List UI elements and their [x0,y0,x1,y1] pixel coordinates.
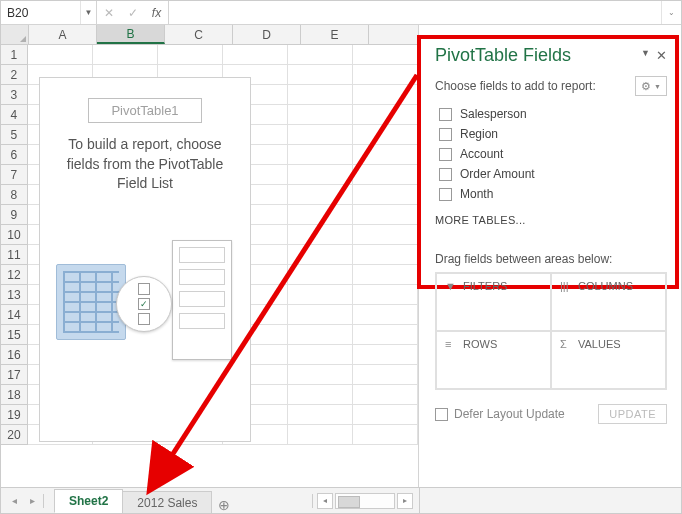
row-header[interactable]: 19 [1,405,28,425]
insert-function-button[interactable]: fx [145,1,169,24]
cell[interactable] [353,365,418,385]
more-tables-link[interactable]: MORE TABLES... [435,214,667,226]
scroll-right-icon[interactable]: ▸ [397,493,413,509]
checkbox[interactable] [435,408,448,421]
checkbox[interactable] [439,188,452,201]
cell[interactable] [353,125,418,145]
cell[interactable] [288,345,353,365]
cell[interactable] [28,45,93,65]
cell[interactable] [288,265,353,285]
cell[interactable] [288,385,353,405]
columns-area[interactable]: |||COLUMNS [551,273,666,331]
cell[interactable] [158,45,223,65]
row-header[interactable]: 15 [1,325,28,345]
row-header[interactable]: 13 [1,285,28,305]
field-item[interactable]: Order Amount [435,164,667,184]
row-header[interactable]: 11 [1,245,28,265]
cell[interactable] [288,285,353,305]
cell[interactable] [288,405,353,425]
tab-scroll-left-icon[interactable]: ◂ [5,488,23,513]
row-header[interactable]: 5 [1,125,28,145]
row-header[interactable]: 18 [1,385,28,405]
checkbox[interactable] [439,148,452,161]
cell[interactable] [288,85,353,105]
cell[interactable] [353,185,418,205]
taskpane-options-icon[interactable]: ▼ [641,48,650,63]
cell[interactable] [223,45,288,65]
cell[interactable] [353,165,418,185]
cell[interactable] [353,65,418,85]
new-sheet-button[interactable]: ⊕ [211,497,237,513]
row-header[interactable]: 7 [1,165,28,185]
column-header[interactable]: E [301,25,369,44]
cell[interactable] [93,45,158,65]
filters-area[interactable]: ▼FILTERS [436,273,551,331]
field-list-options-button[interactable]: ⚙ ▼ [635,76,667,96]
cell[interactable] [288,65,353,85]
row-header[interactable]: 4 [1,105,28,125]
cell[interactable] [353,105,418,125]
cell[interactable] [353,325,418,345]
field-item[interactable]: Salesperson [435,104,667,124]
row-header[interactable]: 3 [1,85,28,105]
cell[interactable] [288,185,353,205]
cell[interactable] [353,145,418,165]
cell[interactable] [288,225,353,245]
cell[interactable] [353,225,418,245]
cell[interactable] [288,165,353,185]
cell[interactable] [288,425,353,445]
cell[interactable] [288,105,353,125]
row-header[interactable]: 12 [1,265,28,285]
cell[interactable] [353,385,418,405]
cell[interactable] [288,365,353,385]
cell[interactable] [353,285,418,305]
row-header[interactable]: 10 [1,225,28,245]
formula-input[interactable] [169,1,661,24]
cell[interactable] [288,245,353,265]
cell[interactable] [353,85,418,105]
row-header[interactable]: 17 [1,365,28,385]
expand-formula-bar-icon[interactable]: ⌄ [661,1,681,24]
sheet-tab[interactable]: Sheet2 [54,489,123,513]
cell[interactable] [353,205,418,225]
row-header[interactable]: 9 [1,205,28,225]
cell[interactable] [353,245,418,265]
cell[interactable] [288,45,353,65]
row-header[interactable]: 8 [1,185,28,205]
column-header[interactable]: D [233,25,301,44]
rows-area[interactable]: ≡ROWS [436,331,551,389]
column-header[interactable]: C [165,25,233,44]
scroll-track[interactable] [335,493,395,509]
checkbox[interactable] [439,128,452,141]
cell[interactable] [288,145,353,165]
pivottable-placeholder[interactable]: PivotTable1 To build a report, choose fi… [39,77,251,442]
cell[interactable] [288,205,353,225]
values-area[interactable]: ΣVALUES [551,331,666,389]
row-header[interactable]: 14 [1,305,28,325]
name-box[interactable]: B20 ▼ [1,1,97,24]
horizontal-scrollbar[interactable]: ◂ ▸ [237,488,419,513]
name-box-dropdown-icon[interactable]: ▼ [80,1,96,24]
cell[interactable] [353,265,418,285]
sheet-tab[interactable]: 2012 Sales [122,491,212,514]
checkbox[interactable] [439,168,452,181]
cell[interactable] [353,45,418,65]
tab-scroll-right-icon[interactable]: ▸ [23,488,41,513]
field-item[interactable]: Region [435,124,667,144]
row-header[interactable]: 20 [1,425,28,445]
field-item[interactable]: Account [435,144,667,164]
row-header[interactable]: 1 [1,45,28,65]
close-icon[interactable]: ✕ [656,48,667,63]
row-header[interactable]: 16 [1,345,28,365]
cell[interactable] [288,125,353,145]
select-all-button[interactable] [1,25,29,44]
checkbox[interactable] [439,108,452,121]
defer-layout-checkbox[interactable]: Defer Layout Update [435,407,565,421]
column-header[interactable]: A [29,25,97,44]
cell[interactable] [288,325,353,345]
row-header[interactable]: 2 [1,65,28,85]
cell[interactable] [353,425,418,445]
worksheet-grid[interactable]: A B C D E 123456789101112131415161718192… [1,25,419,487]
cell[interactable] [288,305,353,325]
field-item[interactable]: Month [435,184,667,204]
